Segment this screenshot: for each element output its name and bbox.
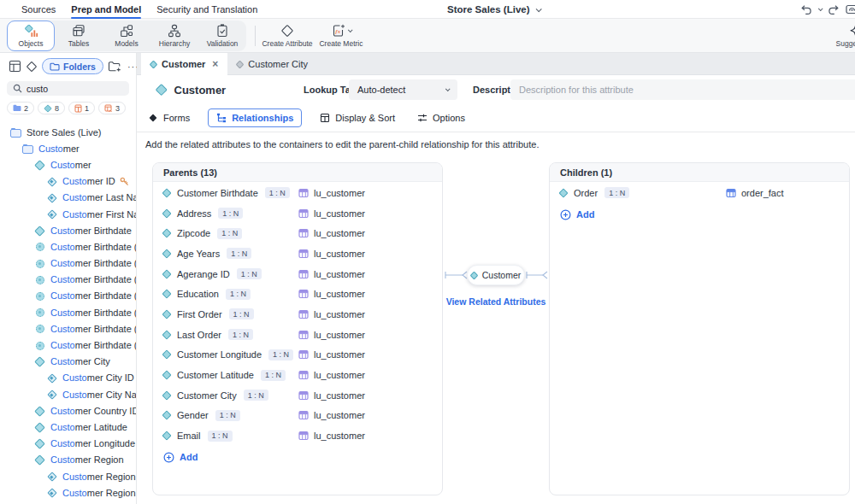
tree-item-label-match: Custo [62, 192, 87, 202]
sidebar-search[interactable] [7, 81, 129, 96]
tree-item[interactable]: Customer Birthdate (Mon... [0, 304, 136, 320]
tree-item[interactable]: Customer Region ID [0, 468, 136, 484]
doc-tab-customer[interactable]: Customer × [141, 53, 227, 75]
parent-attribute-name: Customer Longitude [177, 349, 262, 360]
tree-item[interactable]: Customer Birthdate (Hou... [0, 288, 136, 304]
tree-item[interactable]: Customer Region [0, 452, 136, 468]
tree-item[interactable]: Customer Longitude [0, 436, 136, 452]
tree-item[interactable]: Customer First Name [0, 206, 136, 222]
parent-attribute-row[interactable]: Customer Longitude 1 : N lu_customer [153, 345, 442, 366]
cardinality-badge: 1 : N [265, 187, 290, 198]
tree-item[interactable]: Customer City ID [0, 370, 136, 386]
undo-icon[interactable] [800, 4, 812, 15]
tree-item-icon [34, 242, 44, 252]
parent-attribute-row[interactable]: Customer Birthdate 1 : N lu_customer [153, 183, 442, 203]
suggestions-button[interactable]: Suggestions [823, 21, 855, 51]
attributes-view-icon[interactable] [26, 59, 38, 74]
folders-toggle-button[interactable]: Folders [42, 58, 103, 74]
tree-item[interactable]: Store Sales (Live) [0, 124, 136, 140]
doc-tab-customer-city[interactable]: Customer City [227, 53, 317, 75]
close-icon[interactable]: × [212, 59, 218, 69]
attribute-count-chip[interactable]: 8 [38, 102, 65, 114]
tree-item[interactable]: Customer Last Name [0, 190, 136, 206]
tab-display-sort[interactable]: Display & Sort [315, 109, 399, 126]
redo-icon[interactable] [828, 4, 840, 15]
parent-attribute-name: Customer City [177, 390, 237, 401]
tab-label: Relationships [232, 113, 293, 123]
attribute-diamond-icon [162, 350, 171, 360]
tree-item-icon [46, 176, 56, 186]
attribute-diamond-icon [236, 60, 245, 68]
tree-item[interactable]: Customer Region Name [0, 484, 136, 501]
view-related-attributes-link[interactable]: View Related Attributes [443, 296, 549, 307]
description-input[interactable] [510, 79, 855, 100]
tree-item[interactable]: Customer Birthdate [0, 222, 136, 238]
tree-item[interactable]: Customer Birthdate (30 ... [0, 255, 136, 272]
node-label: Customer [482, 270, 522, 280]
parent-attribute-row[interactable]: First Order 1 : N lu_customer [153, 304, 442, 325]
add-child-button[interactable]: Add [550, 203, 849, 226]
parent-attribute-row[interactable]: Email 1 : N lu_customer [153, 425, 442, 446]
tab-options[interactable]: Options [413, 109, 469, 126]
parent-attribute-row[interactable]: Customer Latitude 1 : N lu_customer [153, 365, 442, 385]
top-nav-tabs: Sources Prep and Model Security and Tran… [21, 0, 257, 19]
tree-item[interactable]: Customer Country ID [0, 402, 136, 419]
tree-item[interactable]: Customer [0, 156, 136, 173]
add-parent-button[interactable]: Add [153, 446, 442, 469]
validation-button[interactable]: Validation [198, 21, 246, 51]
parent-attribute-row[interactable]: Age Years 1 : N lu_customer [153, 243, 442, 264]
lookup-table-ref: lu_customer [298, 223, 365, 243]
tree-item-label: mer Region Name [87, 488, 136, 498]
publish-icon[interactable] [846, 3, 855, 15]
create-attribute-button[interactable]: Create Attribute [260, 21, 315, 51]
project-title-dropdown[interactable]: Store Sales (Live) [447, 0, 540, 19]
tree-item[interactable]: Customer Birthdate (Year... [0, 337, 136, 353]
parent-attribute-row[interactable]: Agerange ID 1 : N lu_customer [153, 264, 442, 284]
models-button[interactable]: Models [103, 21, 150, 51]
parent-attribute-row[interactable]: Address 1 : N lu_customer [153, 203, 442, 224]
tree-item[interactable]: Customer City [0, 354, 136, 370]
undo-history-chevron-icon[interactable] [818, 6, 823, 11]
table-name: lu_customer [314, 309, 365, 319]
tree-item[interactable]: Customer Birthdate (Day ... [0, 272, 136, 288]
create-metric-button[interactable]: fx Create Metric [315, 21, 368, 51]
child-attribute-row[interactable]: Order 1 : N order_fact [550, 183, 849, 203]
cardinality-badge: 1 : N [218, 208, 243, 219]
tree-item[interactable]: Customer City Name [0, 386, 136, 402]
table-icon [298, 370, 309, 380]
attribute-diamond-icon [162, 269, 171, 278]
parent-attribute-row[interactable]: Zipcode 1 : N lu_customer [153, 223, 442, 243]
doc-tab-label: Customer City [248, 59, 308, 69]
tab-forms[interactable]: Forms [144, 109, 194, 126]
tree-item[interactable]: Customer Birthdate (Qua... [0, 320, 136, 337]
svg-text:fx: fx [335, 28, 340, 35]
nav-tab-sources[interactable]: Sources [21, 0, 56, 19]
metric-table-count-chip[interactable]: 3 [98, 102, 126, 114]
table-count-chip[interactable]: 1 [68, 102, 95, 114]
hierarchy-button[interactable]: Hierarchy [150, 21, 198, 51]
tree-item-label-match: Custo [50, 356, 75, 366]
parent-attribute-row[interactable]: Customer City 1 : N lu_customer [153, 385, 442, 406]
current-attribute-node[interactable]: Customer [467, 265, 525, 285]
cardinality-badge: 1 : N [228, 329, 253, 340]
objects-button[interactable]: Objects [7, 21, 55, 51]
nav-tab-security-translation[interactable]: Security and Translation [156, 0, 257, 19]
tree-item[interactable]: Customer Latitude [0, 419, 136, 435]
grid-view-icon[interactable] [9, 59, 21, 74]
tree-item[interactable]: Customer ID [0, 173, 136, 190]
new-folder-icon[interactable] [108, 59, 121, 74]
tree-item[interactable]: Customer Birthdate (15 ... [0, 238, 136, 255]
tree-item[interactable]: Customer [0, 501, 136, 504]
search-input[interactable] [27, 84, 123, 94]
tab-relationships[interactable]: Relationships [208, 108, 302, 127]
folder-count-chip[interactable]: 2 [7, 102, 34, 114]
parent-attribute-row[interactable]: Gender 1 : N lu_customer [153, 406, 442, 426]
nav-tab-prep-and-model[interactable]: Prep and Model [71, 0, 141, 19]
lookup-table-select[interactable]: Auto-detect [349, 79, 457, 100]
parent-attribute-row[interactable]: Last Order 1 : N lu_customer [153, 325, 442, 345]
tables-button[interactable]: Tables [55, 21, 103, 51]
attribute-diamond-icon [156, 84, 167, 95]
tree-item[interactable]: Customer [0, 140, 136, 156]
tree-item-icon [34, 290, 44, 301]
parent-attribute-row[interactable]: Education 1 : N lu_customer [153, 284, 442, 304]
